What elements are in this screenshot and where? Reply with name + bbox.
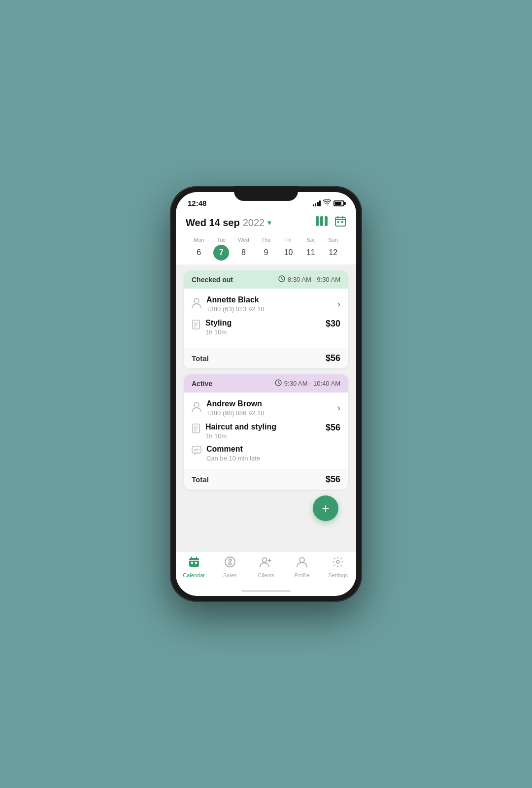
card-body-2: Andrew Brown +380 (98) 086 92 10 › — [184, 393, 348, 469]
chevron-right-1[interactable]: › — [337, 299, 340, 309]
svg-point-7 — [194, 298, 199, 303]
nav-settings[interactable]: Settings — [320, 556, 356, 578]
svg-rect-12 — [192, 446, 201, 453]
card-header-checked-out: Checked out 8:30 AM - 9:30 AM — [184, 270, 348, 289]
nav-calendar[interactable]: Calendar — [176, 556, 212, 578]
clients-nav-icon — [260, 556, 272, 571]
chevron-right-2[interactable]: › — [337, 403, 340, 413]
card-header-active: Active 9:30 AM - 10:40 AM — [184, 374, 348, 393]
clock-icon-1 — [278, 275, 285, 284]
day-wed[interactable]: Wed 8 — [233, 237, 255, 261]
day-thu[interactable]: Thu 9 — [255, 237, 277, 261]
nav-clients[interactable]: Clients — [248, 556, 284, 578]
clock-icon-2 — [275, 379, 282, 388]
add-appointment-button[interactable]: + — [313, 495, 338, 521]
card-footer-2: Total $56 — [184, 469, 348, 490]
settings-nav-icon — [332, 556, 344, 571]
svg-rect-4 — [337, 221, 339, 223]
day-tue[interactable]: Tue 7 — [210, 237, 232, 261]
settings-nav-label: Settings — [329, 572, 348, 578]
service-icon-1 — [192, 320, 200, 332]
svg-rect-8 — [193, 320, 200, 329]
client-row-1[interactable]: Annette Black +380 (63) 023 92 10 › — [192, 296, 340, 313]
wifi-icon — [323, 199, 331, 207]
profile-nav-label: Profile — [295, 572, 310, 578]
svg-point-17 — [263, 558, 267, 562]
status-icons — [313, 199, 345, 207]
time-range-2: 9:30 AM - 10:40 AM — [275, 379, 340, 388]
svg-rect-11 — [193, 424, 200, 433]
phone-frame: 12:48 — [170, 186, 362, 602]
comment-icon — [192, 446, 201, 458]
appointment-card-1[interactable]: Checked out 8:30 AM - 9:30 AM — [184, 270, 348, 368]
svg-rect-0 — [316, 216, 319, 226]
person-icon-2 — [192, 401, 201, 415]
svg-rect-2 — [325, 216, 328, 226]
day-fri[interactable]: Fri 10 — [277, 237, 299, 261]
battery-icon — [333, 200, 344, 206]
svg-rect-14 — [191, 562, 193, 564]
nav-sales[interactable]: Sales — [212, 556, 248, 578]
nav-profile[interactable]: Profile — [284, 556, 320, 578]
day-mon[interactable]: Mon 6 — [188, 237, 210, 261]
week-calendar: Mon 6 Tue 7 Wed 8 Thu 9 Fri 10 — [186, 237, 346, 261]
signal-icon — [313, 200, 321, 206]
sales-nav-icon — [224, 556, 236, 571]
svg-rect-1 — [320, 216, 323, 226]
header-date[interactable]: Wed 14 sep 2022 ▾ — [186, 217, 271, 229]
day-sun[interactable]: Sun 12 — [322, 237, 344, 261]
svg-point-18 — [299, 558, 304, 562]
bottom-navigation: Calendar Sales — [176, 552, 356, 586]
date-dropdown-arrow[interactable]: ▾ — [267, 219, 271, 227]
service-row-1: Styling 1h 10m $30 — [192, 319, 340, 336]
date-year: 2022 — [243, 217, 265, 229]
card-footer-1: Total $56 — [184, 348, 348, 368]
service-icon-2 — [192, 424, 200, 436]
calendar-nav-label: Calendar — [183, 572, 205, 578]
status-label-2: Active — [192, 380, 212, 388]
phone-screen: 12:48 — [176, 192, 356, 596]
svg-rect-5 — [341, 221, 343, 223]
card-body-1: Annette Black +380 (63) 023 92 10 › — [184, 289, 348, 348]
notch — [234, 186, 298, 201]
svg-rect-13 — [189, 558, 199, 567]
svg-point-19 — [336, 560, 339, 563]
status-label-1: Checked out — [192, 276, 233, 284]
comment-row-2: Comment Can be 10 min late — [192, 445, 340, 462]
day-sat[interactable]: Sat 11 — [299, 237, 322, 261]
appointment-card-2[interactable]: Active 9:30 AM - 10:40 AM — [184, 374, 348, 490]
client-row-2[interactable]: Andrew Brown +380 (98) 086 92 10 › — [192, 399, 340, 417]
clients-nav-label: Clients — [258, 572, 274, 578]
date-main: Wed 14 sep — [186, 217, 240, 229]
app-header: Wed 14 sep 2022 ▾ — [176, 209, 356, 264]
header-view-icons — [316, 215, 346, 230]
calendar-view-icon[interactable] — [334, 215, 346, 230]
status-time: 12:48 — [188, 199, 206, 207]
person-icon-1 — [192, 297, 201, 311]
time-range-1: 8:30 AM - 9:30 AM — [278, 275, 340, 284]
sales-nav-label: Sales — [223, 572, 237, 578]
list-view-icon[interactable] — [316, 216, 328, 229]
service-row-2: Haircut and styling 1h 10m $56 — [192, 423, 340, 440]
appointments-list: Checked out 8:30 AM - 9:30 AM — [176, 264, 356, 552]
profile-nav-icon — [296, 556, 308, 571]
home-indicator — [176, 586, 356, 596]
calendar-nav-icon — [188, 556, 200, 571]
svg-rect-3 — [335, 217, 345, 226]
svg-rect-15 — [195, 562, 197, 564]
svg-point-10 — [194, 402, 199, 407]
